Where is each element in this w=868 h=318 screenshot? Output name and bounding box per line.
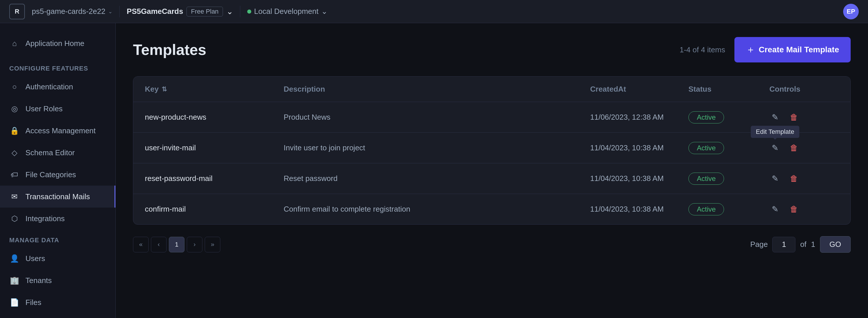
trash-icon: 🗑: [790, 174, 798, 183]
app-logo[interactable]: R: [9, 4, 25, 19]
page-title: Templates: [133, 41, 206, 58]
edit-tooltip-wrapper: ✎ Edit Template: [769, 141, 781, 155]
sidebar-item-label: User Roles: [26, 104, 63, 113]
page-number-button[interactable]: 1: [169, 237, 184, 252]
delete-button[interactable]: 🗑: [787, 110, 800, 124]
description-cell: Invite user to join project: [284, 144, 590, 152]
status-badge: Active: [688, 172, 724, 185]
date-cell: 11/04/2023, 10:38 AM: [590, 144, 688, 152]
templates-table: Key ⇅ Description CreatedAt Status Contr…: [133, 76, 851, 225]
create-mail-template-button[interactable]: ＋ Create Mail Template: [735, 37, 851, 62]
mail-icon: ✉: [9, 191, 20, 202]
trash-icon: 🗑: [790, 113, 798, 122]
table-row: confirm-mail Confirm email to complete r…: [133, 194, 850, 224]
items-count: 1-4 of 4 items: [680, 45, 725, 54]
sidebar-item-file-categories[interactable]: 🏷 File Categories: [0, 164, 115, 186]
page-nav: « ‹ 1 › »: [133, 237, 220, 252]
controls-cell: ✎ Edit Template 🗑: [769, 141, 839, 155]
schema-icon: ◇: [9, 148, 20, 158]
column-createdat: CreatedAt: [590, 85, 688, 94]
status-badge: Active: [688, 203, 724, 215]
files-icon: 📄: [9, 297, 20, 308]
controls-cell: ✎ 🗑: [769, 110, 839, 124]
avatar[interactable]: EP: [843, 4, 859, 19]
next-page-button[interactable]: ›: [187, 237, 203, 252]
go-button[interactable]: GO: [820, 236, 851, 253]
sidebar-item-label: Files: [26, 298, 41, 307]
page-label: Page: [750, 240, 768, 249]
user-roles-icon: ◎: [9, 103, 20, 114]
sidebar-item-label: Integrations: [26, 214, 65, 223]
sidebar-item-access-management[interactable]: 🔒 Access Management: [0, 120, 115, 142]
column-description: Description: [284, 85, 590, 94]
plan-badge: Free Plan: [186, 7, 223, 17]
sidebar-item-integrations[interactable]: ⬡ Integrations: [0, 208, 115, 229]
key-cell: new-product-news: [145, 113, 284, 122]
sidebar-item-label: Authentication: [26, 83, 73, 91]
sidebar-item-label: Transactional Mails: [26, 192, 90, 201]
sidebar-item-authentication[interactable]: ○ Authentication: [0, 76, 115, 98]
filter-icon[interactable]: ⇅: [162, 86, 167, 93]
status-badge: Active: [688, 111, 724, 123]
prev-page-button[interactable]: ‹: [151, 237, 166, 252]
sidebar: ⌂ Application Home Configure Features ○ …: [0, 23, 116, 318]
main-content: Templates 1-4 of 4 items ＋ Create Mail T…: [116, 23, 868, 318]
controls-cell: ✎ 🗑: [769, 171, 839, 186]
edit-button[interactable]: ✎: [769, 171, 781, 186]
table-row: user-invite-mail Invite user to join pro…: [133, 133, 850, 163]
home-icon: ⌂: [9, 38, 20, 49]
date-cell: 11/04/2023, 10:38 AM: [590, 205, 688, 214]
status-cell: Active: [688, 111, 769, 123]
sidebar-item-transactional-mails[interactable]: ✉ Transactional Mails: [0, 186, 115, 208]
delete-button[interactable]: 🗑: [787, 141, 800, 155]
edit-button[interactable]: ✎: [769, 202, 781, 216]
integration-icon: ⬡: [9, 213, 20, 224]
navbar-divider-1: [119, 6, 120, 17]
key-cell: user-invite-mail: [145, 144, 284, 152]
page-input[interactable]: [772, 237, 796, 252]
app-name-section: ps5-game-cards-2e22 ⌄: [32, 7, 113, 16]
project-section: PS5GameCards Free Plan ⌄: [127, 7, 233, 17]
sidebar-item-tenants[interactable]: 🏢 Tenants: [0, 269, 115, 291]
env-label[interactable]: Local Development: [254, 7, 319, 16]
edit-button[interactable]: ✎: [769, 141, 781, 155]
delete-button[interactable]: 🗑: [787, 202, 800, 216]
sidebar-item-users[interactable]: 👤 Users: [0, 248, 115, 269]
navbar-divider-2: [240, 6, 240, 17]
column-controls: Controls: [769, 85, 839, 94]
sidebar-item-app-home[interactable]: ⌂ Application Home: [0, 32, 115, 54]
sidebar-app-home-label: Application Home: [26, 39, 85, 48]
sidebar-item-label: Access Management: [26, 126, 96, 135]
users-icon: 👤: [9, 253, 20, 264]
delete-button[interactable]: 🗑: [787, 171, 800, 186]
column-key: Key ⇅: [145, 85, 284, 94]
table-header: Key ⇅ Description CreatedAt Status Contr…: [133, 76, 850, 102]
sidebar-item-user-roles[interactable]: ◎ User Roles: [0, 98, 115, 120]
lock-icon: 🔒: [9, 125, 20, 136]
tenants-icon: 🏢: [9, 275, 20, 286]
app-name-label[interactable]: ps5-game-cards-2e22: [32, 7, 105, 16]
key-cell: confirm-mail: [145, 205, 284, 214]
project-chevron-icon: ⌄: [226, 7, 233, 16]
edit-icon: ✎: [772, 113, 778, 122]
status-cell: Active: [688, 172, 769, 185]
main-layout: ⌂ Application Home Configure Features ○ …: [0, 23, 868, 318]
edit-button[interactable]: ✎: [769, 110, 781, 124]
last-page-button[interactable]: »: [205, 237, 220, 252]
sidebar-item-schema-editor[interactable]: ◇ Schema Editor: [0, 142, 115, 164]
sidebar-item-label: Tenants: [26, 276, 52, 285]
project-name[interactable]: PS5GameCards: [127, 7, 183, 16]
description-cell: Reset password: [284, 174, 590, 183]
sidebar-item-files[interactable]: 📄 Files: [0, 291, 115, 313]
env-chevron-icon: ⌄: [321, 7, 328, 16]
trash-icon: 🗑: [790, 143, 798, 153]
controls-cell: ✎ 🗑: [769, 202, 839, 216]
env-section: Local Development ⌄: [247, 7, 328, 16]
date-cell: 11/06/2023, 12:38 AM: [590, 113, 688, 122]
page-right: Page of 1 GO: [750, 236, 851, 253]
plus-icon: ＋: [746, 43, 755, 56]
first-page-button[interactable]: «: [133, 237, 149, 252]
navbar: R ps5-game-cards-2e22 ⌄ PS5GameCards Fre…: [0, 0, 868, 23]
status-cell: Active: [688, 142, 769, 154]
table-row: reset-password-mail Reset password 11/04…: [133, 163, 850, 194]
